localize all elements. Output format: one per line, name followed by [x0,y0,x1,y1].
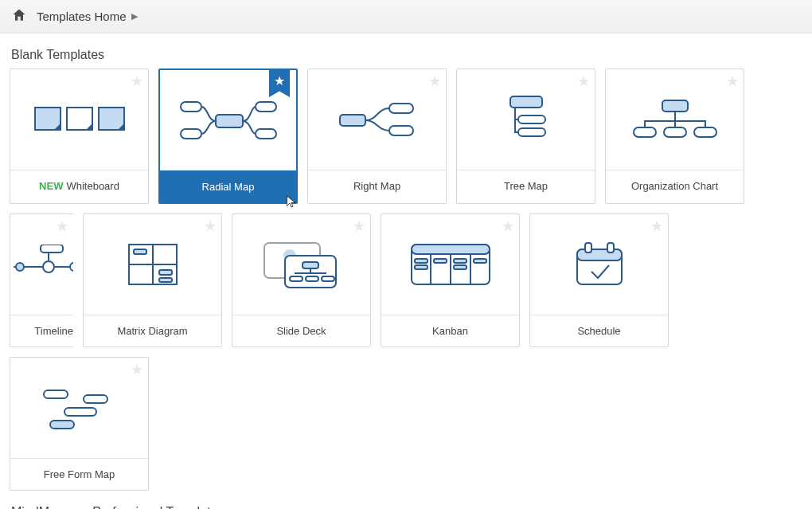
tree-map-preview-icon [494,92,558,147]
star-icon[interactable]: ★ [56,217,68,235]
svg-rect-55 [585,243,591,253]
svg-rect-17 [662,100,688,112]
svg-rect-41 [322,276,334,281]
svg-rect-16 [518,128,545,136]
svg-rect-8 [181,129,201,139]
matrix-preview-icon [121,237,185,292]
svg-rect-19 [664,127,686,137]
svg-rect-52 [474,259,486,263]
star-icon[interactable]: ★ [428,72,441,90]
org-chart-preview-icon [627,96,723,143]
new-badge: NEW [39,180,63,192]
content: Blank Templates ★ NEW Whiteboard [0,33,812,509]
star-icon[interactable]: ★ [204,217,217,235]
radial-map-preview-icon [173,92,284,148]
topbar: Templates Home ▶ [0,0,812,33]
template-label: Matrix Diagram [84,315,221,347]
template-label: Tree Map [457,170,595,202]
svg-rect-48 [415,265,427,269]
slide-deck-preview-icon [258,237,345,292]
svg-point-22 [16,263,24,271]
svg-rect-31 [159,270,172,275]
breadcrumb-title: Templates Home [37,10,127,23]
svg-point-23 [43,261,54,272]
template-card-tree-map[interactable]: ★ Tree Map [456,69,595,204]
breadcrumb[interactable]: Templates Home ▶ [37,10,138,23]
free-form-preview-icon [36,384,123,432]
template-card-schedule[interactable]: ★ Schedule [529,213,669,347]
svg-rect-10 [256,129,276,139]
template-card-right-map[interactable]: ★ Right Map [307,69,447,204]
svg-rect-49 [434,259,447,263]
template-card-kanban[interactable]: ★ Kanban [381,213,520,347]
svg-rect-11 [340,115,365,126]
blank-templates-grid: ★ NEW Whiteboard ★ [10,69,802,491]
star-icon[interactable]: ★ [502,217,514,235]
svg-rect-32 [159,278,172,282]
svg-rect-14 [510,96,542,108]
svg-rect-13 [389,126,413,135]
right-map-preview-icon [334,96,421,143]
section-title-pro: MindManager Professional Templates [11,505,802,509]
section-title-blank: Blank Templates [11,48,802,62]
svg-rect-9 [256,102,276,112]
template-label: Free Form Map [10,458,148,490]
svg-rect-2 [67,108,92,130]
star-icon[interactable]: ★ [131,72,143,90]
svg-rect-50 [454,259,467,263]
svg-rect-39 [290,276,303,281]
star-icon[interactable]: ★ [650,217,663,235]
svg-rect-51 [454,265,467,269]
template-label: NEW Whiteboard [10,170,148,202]
template-label: Timeline [10,315,73,347]
svg-rect-6 [216,115,243,127]
svg-rect-56 [607,243,614,253]
svg-rect-18 [634,127,656,137]
svg-rect-20 [694,127,716,137]
svg-point-24 [70,263,73,271]
star-icon[interactable]: ★ [131,361,143,378]
svg-rect-40 [306,276,318,281]
svg-rect-54 [577,249,622,260]
template-card-organization-chart[interactable]: ★ Organization Chart [605,69,744,204]
svg-rect-30 [134,249,146,254]
timeline-preview-icon [10,245,73,284]
template-card-whiteboard[interactable]: ★ NEW Whiteboard [10,69,149,204]
template-card-slide-deck[interactable]: ★ Slide Deck [232,213,371,347]
star-icon[interactable]: ★ [353,217,365,235]
chevron-right-icon: ▶ [131,11,138,22]
svg-rect-7 [181,102,201,112]
template-card-matrix-diagram[interactable]: ★ Matrix Diagram [83,213,222,347]
template-label: Organization Chart [606,170,744,202]
template-card-free-form-map[interactable]: ★ Free Form Map [10,357,149,491]
template-card-timeline[interactable]: ★ Timeline [10,213,73,347]
svg-rect-59 [64,408,96,416]
star-icon[interactable]: ★ [726,72,739,90]
whiteboard-preview-icon [32,100,127,139]
svg-rect-15 [518,116,545,123]
home-icon[interactable] [11,7,27,26]
svg-rect-58 [84,395,107,403]
template-label: Kanban [381,315,519,347]
svg-rect-36 [303,262,318,268]
svg-rect-47 [415,259,427,263]
schedule-preview-icon [568,237,631,292]
star-icon[interactable]: ★ [577,72,590,90]
svg-rect-26 [41,245,63,253]
svg-rect-4 [99,108,124,130]
template-label: Right Map [308,170,446,202]
svg-rect-0 [35,108,61,130]
template-card-radial-map[interactable]: ★ Radial Map [158,69,298,204]
template-label: Slide Deck [232,315,370,347]
svg-rect-12 [389,104,413,113]
template-label: Radial Map [160,170,296,202]
kanban-preview-icon [407,238,494,291]
svg-rect-57 [44,390,68,398]
svg-rect-43 [412,245,490,254]
template-label: Schedule [530,315,668,347]
svg-rect-60 [50,421,74,429]
